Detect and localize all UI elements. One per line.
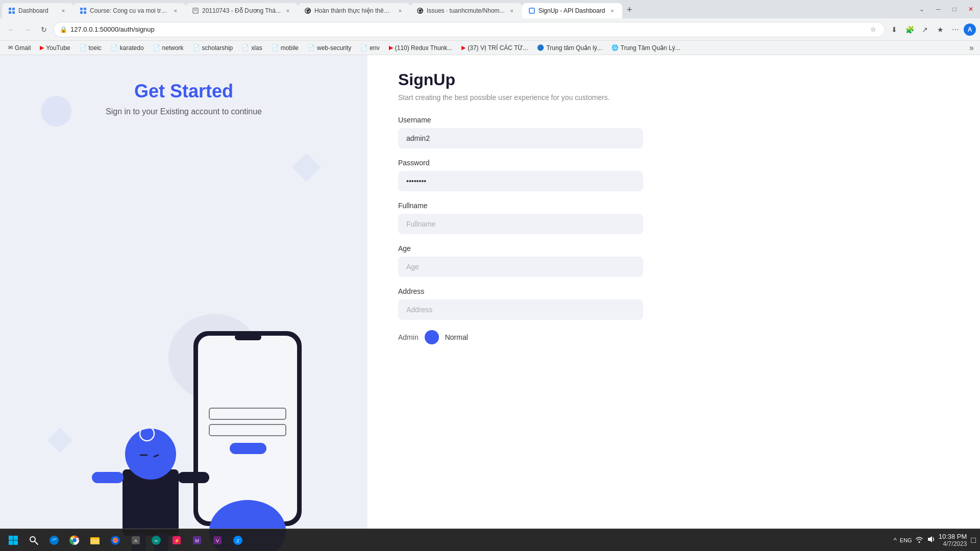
maximize-button[interactable]: □ xyxy=(947,2,962,16)
tab-dashboard[interactable]: Dashboard × xyxy=(2,3,74,18)
tab-close-course[interactable]: × xyxy=(172,7,180,15)
share-icon[interactable]: ↗ xyxy=(918,22,932,37)
bookmark-label-trungtam1: Trung tâm Quản lý... xyxy=(546,44,602,52)
fullname-input[interactable] xyxy=(398,214,643,234)
volume-icon[interactable] xyxy=(926,535,935,545)
svg-text:⚡: ⚡ xyxy=(174,538,180,544)
svg-rect-5 xyxy=(84,8,86,10)
forward-button[interactable]: → xyxy=(20,22,35,37)
taskbar-firefox[interactable] xyxy=(106,531,125,549)
role-toggle-button[interactable] xyxy=(425,330,439,344)
bookmark-gmail[interactable]: ✉ Gmail xyxy=(4,43,35,53)
vitri-icon: ▶ xyxy=(461,44,465,51)
age-label: Age xyxy=(398,244,939,253)
tab-icon-github2 xyxy=(416,7,424,14)
tab-title-github1: Hoàn thành thực hiện thêm... xyxy=(314,7,393,14)
taskbar-files[interactable] xyxy=(86,531,104,549)
tab-title-student: 20110743 - Đỗ Dương Thá... xyxy=(202,7,281,14)
bookmark-label-mobile: mobile xyxy=(281,44,299,52)
tab-github1[interactable]: Hoàn thành thực hiện thêm... × xyxy=(298,3,410,18)
taskbar-edge[interactable] xyxy=(45,531,63,549)
illustration xyxy=(36,255,332,551)
tab-icon-github1 xyxy=(304,7,311,14)
wifi-icon[interactable] xyxy=(915,535,923,545)
chevron-up-icon[interactable]: ^ xyxy=(894,536,897,544)
get-started-subtitle: Sign in to your Existing account to cont… xyxy=(0,107,368,116)
tab-list-button[interactable]: ⌄ xyxy=(915,2,929,16)
bookmark-xlas[interactable]: 📄 xlas xyxy=(238,43,266,53)
taskbar-app9[interactable]: ⚡ xyxy=(167,531,186,549)
system-clock[interactable]: 10:38 PM 4/7/2023 xyxy=(939,533,967,547)
tab-close-github1[interactable]: × xyxy=(396,7,404,15)
svg-rect-6 xyxy=(80,11,83,14)
svg-rect-1 xyxy=(12,8,15,10)
taskbar-app10[interactable]: M xyxy=(188,531,206,549)
svg-rect-42 xyxy=(90,537,94,539)
bookmark-star-icon[interactable]: ☆ xyxy=(868,24,878,35)
taskbar-app12[interactable]: Z xyxy=(229,531,247,549)
username-label: Username xyxy=(398,116,939,124)
favorites-icon[interactable]: ★ xyxy=(933,22,947,37)
profile-avatar[interactable]: A xyxy=(964,23,976,36)
bookmark-env[interactable]: 📄 env xyxy=(356,43,383,53)
taskbar-app8[interactable]: ∞ xyxy=(147,531,165,549)
network-icon: 📄 xyxy=(153,44,160,51)
bookmark-vitri[interactable]: ▶ (37) VỊ TRÍ CÁC TỪ... xyxy=(457,43,532,53)
minimize-button[interactable]: ─ xyxy=(931,2,945,16)
tab-student[interactable]: 20110743 - Đỗ Dương Thá... × xyxy=(186,3,298,18)
taskbar-chrome[interactable] xyxy=(65,531,84,549)
extensions-icon[interactable]: 🧩 xyxy=(902,22,917,37)
tab-signup[interactable]: SignUp - API Dashboard × xyxy=(522,3,623,18)
bookmark-toeic[interactable]: 📄 toeic xyxy=(76,43,106,53)
bookmark-trungtam1[interactable]: 🔵 Trung tâm Quản lý... xyxy=(533,43,606,53)
svg-text:∞: ∞ xyxy=(155,538,158,543)
notification-icon[interactable]: □ xyxy=(971,536,976,545)
taskbar-app11[interactable]: V xyxy=(208,531,227,549)
close-button[interactable]: ✕ xyxy=(964,2,978,16)
bookmark-karatedo[interactable]: 📄 karatedo xyxy=(107,43,148,53)
tab-close-dashboard[interactable]: × xyxy=(59,7,67,15)
env-icon: 📄 xyxy=(360,44,368,51)
back-button[interactable]: ← xyxy=(4,22,18,37)
bookmark-websecurity[interactable]: 📄 web-security xyxy=(304,43,355,53)
svg-rect-34 xyxy=(9,540,13,545)
bookmark-mobile[interactable]: 📄 mobile xyxy=(267,43,303,53)
bookmark-label-vitri: (37) VỊ TRÍ CÁC TỪ... xyxy=(468,44,528,52)
tab-close-student[interactable]: × xyxy=(284,7,292,15)
reload-button[interactable]: ↻ xyxy=(37,22,51,37)
start-button[interactable] xyxy=(4,531,22,549)
bookmark-redux[interactable]: ▶ (110) Redux Thunk... xyxy=(385,43,457,53)
karatedo-icon: 📄 xyxy=(111,44,118,51)
username-input[interactable] xyxy=(398,128,643,148)
bookmark-scholarship[interactable]: 📄 scholarship xyxy=(189,43,237,53)
tab-close-github2[interactable]: × xyxy=(508,7,516,15)
svg-rect-16 xyxy=(198,336,297,521)
age-input[interactable] xyxy=(398,257,643,277)
bookmark-trungtam2[interactable]: 🌐 Trung Tâm Quản Lý... xyxy=(607,43,684,53)
tab-course[interactable]: Course: Cong cu va moi tru... × xyxy=(74,3,186,18)
address-icons: ☆ xyxy=(868,24,878,35)
address-input[interactable] xyxy=(398,299,643,320)
tab-title-github2: Issues · tuanhcmute/Nhom... xyxy=(427,7,505,14)
role-admin-label: Admin xyxy=(398,333,419,341)
taskbar-app7[interactable]: A xyxy=(127,531,145,549)
bookmarks-more-button[interactable]: » xyxy=(967,43,976,53)
bookmark-youtube[interactable]: ▶ YouTube xyxy=(36,43,74,53)
svg-rect-4 xyxy=(80,8,83,10)
new-tab-button[interactable]: + xyxy=(622,3,636,17)
bookmark-network[interactable]: 📄 network xyxy=(149,43,188,53)
tab-github2[interactable]: Issues · tuanhcmute/Nhom... × xyxy=(410,3,522,18)
svg-text:V: V xyxy=(216,538,219,543)
lang-indicator[interactable]: ENG xyxy=(900,537,912,543)
settings-icon[interactable]: ⋯ xyxy=(948,22,963,37)
taskbar-search[interactable] xyxy=(24,531,43,549)
tab-close-signup[interactable]: × xyxy=(608,7,616,15)
bookmark-label-websecurity: web-security xyxy=(317,44,351,52)
svg-rect-3 xyxy=(12,11,15,14)
toeic-icon: 📄 xyxy=(80,44,87,51)
address-input-wrap[interactable]: 🔒 127.0.0.1:50000/auth/signup ☆ xyxy=(53,22,885,37)
svg-rect-7 xyxy=(84,11,86,14)
tab-title-dashboard: Dashboard xyxy=(18,7,56,14)
downloads-icon[interactable]: ⬇ xyxy=(887,22,901,37)
password-input[interactable] xyxy=(398,171,643,191)
